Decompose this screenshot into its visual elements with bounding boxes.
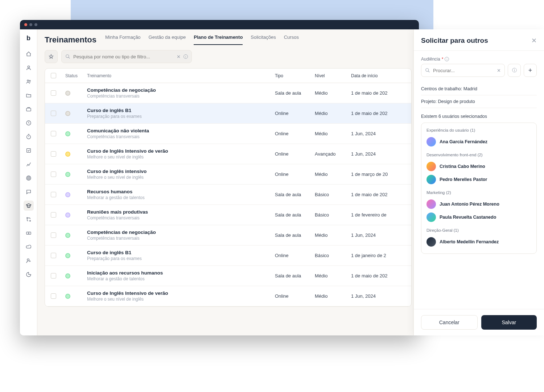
svg-point-13 bbox=[28, 233, 29, 234]
row-checkbox[interactable] bbox=[51, 172, 56, 177]
user-row[interactable]: Cristina Cabo Merino bbox=[426, 160, 531, 173]
row-type: Sala de aula bbox=[275, 232, 315, 238]
col-name[interactable]: Treinamento bbox=[87, 73, 275, 78]
row-checkbox[interactable] bbox=[51, 293, 56, 299]
table-row[interactable]: Competências de negociação Competências … bbox=[45, 83, 411, 103]
user-name: Pedro Merelles Pastor bbox=[440, 177, 487, 182]
row-subtitle: Melhorar a gestão de talentos bbox=[87, 195, 275, 200]
flow-icon[interactable] bbox=[24, 214, 34, 224]
row-checkbox[interactable] bbox=[51, 151, 56, 157]
table-row[interactable]: Curso de inglês B1 Preparação para os ex… bbox=[45, 245, 411, 266]
briefcase-icon[interactable] bbox=[24, 104, 34, 114]
status-dot bbox=[65, 273, 70, 278]
clock-icon[interactable] bbox=[24, 118, 34, 128]
row-subtitle: Competências transversais bbox=[87, 236, 275, 241]
table-row[interactable]: Competências de negociação Competências … bbox=[45, 225, 411, 245]
search-row: ✕ i bbox=[37, 45, 419, 68]
info-button[interactable]: ⓘ bbox=[508, 64, 521, 77]
tab[interactable]: Gestão da equipe bbox=[149, 34, 186, 45]
team-icon[interactable] bbox=[24, 77, 34, 87]
audience-label: Audiência * i bbox=[421, 57, 537, 62]
header: Treinamentos Minha FormaçãoGestão da equ… bbox=[37, 29, 419, 45]
clear-icon[interactable]: ✕ bbox=[497, 68, 501, 73]
svg-point-14 bbox=[27, 259, 29, 261]
svg-point-2 bbox=[29, 80, 30, 81]
folder-icon[interactable] bbox=[24, 90, 34, 100]
home-icon[interactable] bbox=[24, 49, 34, 59]
info-icon[interactable]: i bbox=[445, 57, 449, 61]
window-min-dot[interactable] bbox=[29, 23, 32, 26]
window-close-dot[interactable] bbox=[24, 23, 27, 26]
status-dot bbox=[65, 294, 70, 299]
row-checkbox[interactable] bbox=[51, 90, 56, 96]
logo[interactable]: b bbox=[24, 34, 33, 42]
save-button[interactable]: Salvar bbox=[481, 315, 537, 330]
table-row[interactable]: Curso de Inglês Intensivo de verão Melho… bbox=[45, 144, 411, 164]
info-icon[interactable]: i bbox=[184, 54, 188, 59]
window-max-dot[interactable] bbox=[34, 23, 37, 26]
user-row[interactable]: Paula Revuelta Castanedo bbox=[426, 211, 531, 224]
tab[interactable]: Solicitações bbox=[251, 34, 276, 45]
col-status[interactable]: Status bbox=[65, 73, 87, 78]
timer-icon[interactable] bbox=[24, 132, 34, 142]
row-checkbox[interactable] bbox=[51, 131, 56, 136]
user-row[interactable]: Pedro Merelles Pastor bbox=[426, 173, 531, 186]
row-title: Iniciação aos recursos humanos bbox=[87, 270, 275, 276]
table-row[interactable]: Reuniões mais produtivas Competências tr… bbox=[45, 205, 411, 225]
row-type: Online bbox=[275, 253, 315, 258]
row-subtitle: Competências transversais bbox=[87, 215, 275, 220]
graduation-icon[interactable] bbox=[24, 201, 34, 211]
cancel-button[interactable]: Cancelar bbox=[421, 315, 478, 330]
row-type: Sala de aula bbox=[275, 273, 315, 278]
table-row[interactable]: Comunicação não violenta Competências tr… bbox=[45, 124, 411, 144]
table-row[interactable]: Curso de inglês intensivo Melhore o seu … bbox=[45, 164, 411, 185]
check-square-icon[interactable] bbox=[24, 145, 34, 156]
row-subtitle: Melhorar a gestão de talentos bbox=[87, 276, 275, 281]
cloud-icon[interactable] bbox=[24, 242, 34, 252]
row-checkbox[interactable] bbox=[51, 273, 56, 278]
row-level: Avançado bbox=[315, 151, 351, 157]
select-all-checkbox[interactable] bbox=[51, 73, 56, 78]
money-icon[interactable] bbox=[24, 228, 34, 238]
filter-item[interactable]: Projeto: Design de produto bbox=[421, 95, 537, 108]
tab[interactable]: Plano de Treinamento bbox=[194, 34, 243, 45]
avatar bbox=[426, 237, 436, 247]
user-row[interactable]: Ana García Fernández bbox=[426, 135, 531, 148]
chat-icon[interactable] bbox=[24, 187, 34, 197]
filter-item[interactable]: Centros de trabalho: Madrid bbox=[421, 83, 537, 95]
status-dot bbox=[65, 192, 70, 197]
close-icon[interactable]: ✕ bbox=[531, 37, 537, 45]
row-checkbox[interactable] bbox=[51, 192, 56, 197]
row-checkbox[interactable] bbox=[51, 111, 56, 116]
col-level[interactable]: Nível bbox=[315, 73, 351, 78]
row-title: Curso de Inglês Intensivo de verão bbox=[87, 148, 275, 154]
table-row[interactable]: Iniciação aos recursos humanos Melhorar … bbox=[45, 266, 411, 286]
table-row[interactable]: Curso de inglês B1 Preparação para os ex… bbox=[45, 103, 411, 124]
user-row[interactable]: Juan Antonio Pérez Moreno bbox=[426, 198, 531, 211]
row-checkbox[interactable] bbox=[51, 232, 56, 238]
row-title: Recursos humanos bbox=[87, 189, 275, 194]
col-type[interactable]: Tipo bbox=[275, 73, 315, 78]
pie-icon[interactable] bbox=[24, 269, 34, 280]
audience-search-input[interactable] bbox=[433, 68, 494, 73]
chart-icon[interactable] bbox=[24, 159, 34, 169]
row-checkbox[interactable] bbox=[51, 212, 56, 218]
svg-point-5 bbox=[26, 135, 30, 139]
add-button[interactable]: + bbox=[524, 64, 537, 77]
target-icon[interactable] bbox=[24, 173, 34, 183]
col-date[interactable]: Data de início bbox=[351, 73, 405, 78]
search-input[interactable] bbox=[73, 54, 174, 59]
tab[interactable]: Minha Formação bbox=[105, 34, 141, 45]
person-add-icon[interactable] bbox=[24, 256, 34, 266]
table-row[interactable]: Recursos humanos Melhorar a gestão de ta… bbox=[45, 185, 411, 205]
clear-icon[interactable]: ✕ bbox=[177, 54, 181, 59]
favorite-button[interactable] bbox=[45, 50, 58, 63]
user-icon[interactable] bbox=[24, 63, 34, 73]
audience-search-wrapper[interactable]: ✕ bbox=[421, 64, 505, 77]
search-input-wrapper[interactable]: ✕ i bbox=[61, 50, 192, 63]
table-row[interactable]: Curso de Inglês Intensivo de verão Melho… bbox=[45, 286, 411, 306]
user-row[interactable]: Alberto Medellín Fernandez bbox=[426, 235, 531, 248]
row-checkbox[interactable] bbox=[51, 253, 56, 258]
tab[interactable]: Cursos bbox=[284, 34, 299, 45]
row-date: 1 de março de 20 bbox=[351, 172, 405, 177]
